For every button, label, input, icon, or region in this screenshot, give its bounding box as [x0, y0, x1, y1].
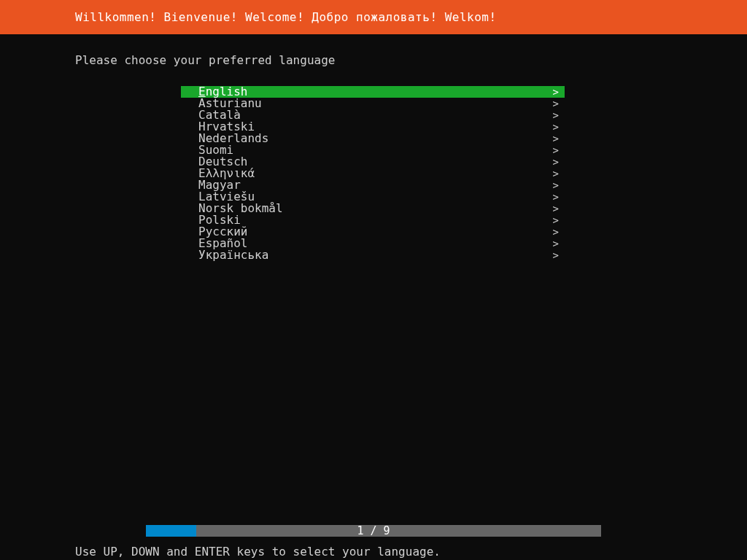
- language-item[interactable]: Nederlands>: [181, 133, 565, 144]
- chevron-right-icon: >: [553, 121, 559, 133]
- chevron-right-icon: >: [553, 238, 559, 249]
- chevron-right-icon: >: [553, 249, 559, 261]
- chevron-right-icon: >: [553, 98, 559, 109]
- header-bar: Willkommen! Bienvenue! Welcome! Добро по…: [0, 0, 747, 34]
- progress-bar: 1 / 9: [146, 525, 601, 537]
- chevron-right-icon: >: [553, 168, 559, 179]
- chevron-right-icon: >: [553, 214, 559, 226]
- chevron-right-icon: >: [553, 133, 559, 144]
- header-title: Willkommen! Bienvenue! Welcome! Добро по…: [75, 10, 497, 24]
- chevron-right-icon: >: [553, 109, 559, 121]
- prompt-text: Please choose your preferred language: [0, 34, 747, 67]
- progress-text: 1 / 9: [146, 525, 601, 537]
- chevron-right-icon: >: [553, 179, 559, 191]
- language-item[interactable]: Українська>: [181, 249, 565, 261]
- footer-hint: Use UP, DOWN and ENTER keys to select yo…: [75, 545, 441, 560]
- chevron-right-icon: >: [553, 191, 559, 203]
- language-list: English>Asturianu>Català>Hrvatski>Nederl…: [181, 86, 565, 261]
- chevron-right-icon: >: [553, 144, 559, 156]
- chevron-right-icon: >: [553, 86, 559, 98]
- chevron-right-icon: >: [553, 203, 559, 214]
- chevron-right-icon: >: [553, 156, 559, 168]
- language-label: Українська: [198, 249, 268, 261]
- chevron-right-icon: >: [553, 226, 559, 238]
